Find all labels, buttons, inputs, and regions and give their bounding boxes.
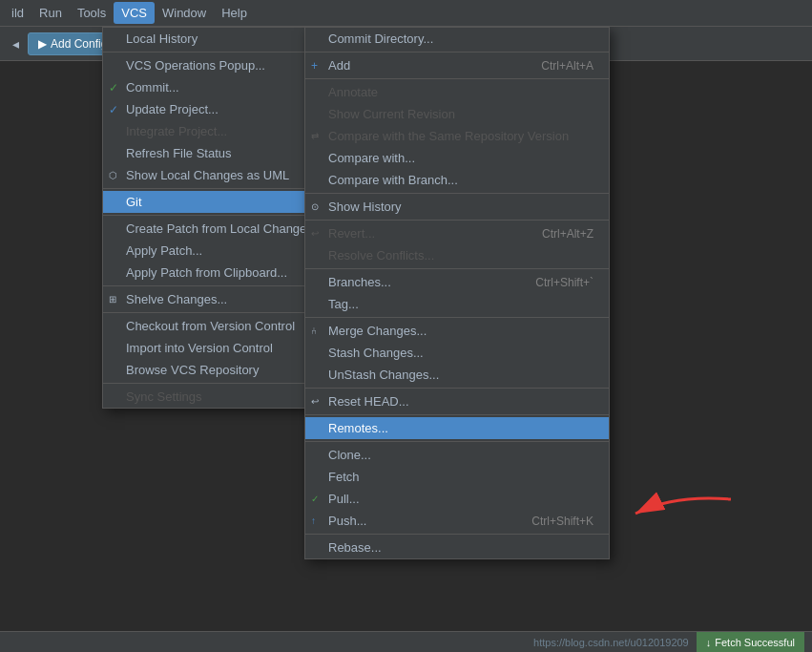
pull-icon: ✓ [311,494,319,504]
git-reset-head[interactable]: ↩ Reset HEAD... [305,390,609,412]
git-show-history[interactable]: ⊙ Show History [305,196,609,218]
reset-icon: ↩ [311,396,319,407]
git-branches[interactable]: Branches... Ctrl+Shift+` [305,271,609,293]
git-fetch[interactable]: Fetch [305,466,609,488]
git-annotate: Annotate [305,81,609,103]
uml-icon: ⬡ [109,170,117,180]
separator-5 [305,268,609,269]
git-unstash-changes[interactable]: UnStash Changes... [305,364,609,386]
menubar: ild Run Tools VCS Window Help [0,0,812,27]
shelve-icon: ⊞ [109,294,116,305]
git-compare-with[interactable]: Compare with... [305,147,609,169]
check-blue-icon: ✓ [109,103,118,116]
shortcut: Ctrl+Alt+Z [523,227,593,241]
git-compare-same-repo: ⇄ Compare with the Same Repository Versi… [305,125,609,147]
git-clone[interactable]: Clone... [305,444,609,466]
git-commit-directory[interactable]: Commit Directory... [305,28,609,50]
git-tag[interactable]: Tag... [305,293,609,315]
separator-4 [305,220,609,221]
revert-icon: ↩ [311,228,319,239]
git-resolve-conflicts: Resolve Conflicts... [305,244,609,266]
menu-build[interactable]: ild [4,2,31,24]
git-pull[interactable]: ✓ Pull... [305,488,609,510]
git-add[interactable]: + Add Ctrl+Alt+A [305,54,609,76]
separator-6 [305,317,609,318]
git-remotes[interactable]: Remotes... [305,417,609,439]
separator-1 [305,52,609,53]
merge-icon: ⑃ [311,326,317,336]
fetch-icon: ↓ [706,637,712,648]
git-show-current-revision: Show Current Revision [305,103,609,125]
menu-window[interactable]: Window [155,2,214,24]
separator-7 [305,388,609,389]
menu-run[interactable]: Run [31,2,70,24]
history-icon: ⊙ [311,201,319,212]
separator-10 [305,534,609,535]
separator-8 [305,414,609,415]
git-push[interactable]: ↑ Push... Ctrl+Shift+K [305,510,609,532]
git-revert: ↩ Revert... Ctrl+Alt+Z [305,222,609,244]
compare-icon: ⇄ [311,131,319,141]
menu-help[interactable]: Help [214,2,255,24]
git-compare-branch[interactable]: Compare with Branch... [305,169,609,191]
separator-3 [305,193,609,194]
config-icon: ▶ [38,37,47,51]
menu-tools[interactable]: Tools [70,2,114,24]
separator-2 [305,78,609,79]
shortcut: Ctrl+Shift+` [516,276,593,289]
shortcut: Ctrl+Alt+A [522,59,593,73]
git-rebase[interactable]: Rebase... [305,536,609,558]
back-icon[interactable]: ◂ [8,33,24,54]
push-icon: ↑ [311,515,316,526]
statusbar: https://blog.csdn.net/u012019209 ↓ Fetch… [0,631,812,652]
shortcut: Ctrl+Shift+K [512,515,593,528]
plus-icon: + [311,59,318,73]
separator-9 [305,441,609,442]
url-text: https://blog.csdn.net/u012019209 [533,637,689,648]
git-merge-changes[interactable]: ⑃ Merge Changes... [305,320,609,342]
menu-vcs[interactable]: VCS [114,2,155,24]
check-icon: ✓ [109,81,118,95]
fetch-label: Fetch Successful [715,637,795,648]
git-stash-changes[interactable]: Stash Changes... [305,342,609,364]
git-menu: Commit Directory... + Add Ctrl+Alt+A Ann… [304,27,610,559]
fetch-success-badge: ↓ Fetch Successful [697,632,804,653]
